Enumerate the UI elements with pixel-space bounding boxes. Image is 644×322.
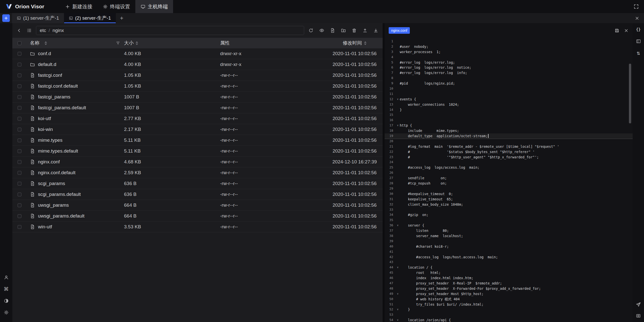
row-checkbox[interactable] — [12, 52, 26, 56]
table-row[interactable]: scgi_params636 B-rw-r--r--2020-11-01 10:… — [12, 178, 383, 189]
code-line[interactable]: 24 — [385, 160, 633, 165]
editor-scrollbar[interactable] — [629, 64, 631, 123]
view-list-button[interactable] — [26, 27, 32, 34]
new-file-button[interactable] — [329, 27, 336, 34]
code-line[interactable]: 37 listen 80; — [385, 228, 633, 233]
new-folder-button[interactable] — [340, 27, 347, 34]
table-row[interactable]: fastcgi_params1007 B-rw-r--r--2020-11-01… — [12, 92, 383, 102]
user-button[interactable] — [4, 275, 9, 280]
code-line[interactable]: 5#error_log logs/error.log; — [385, 60, 633, 65]
file-name-cell[interactable]: default.d — [26, 62, 124, 67]
code-line[interactable]: 3worker_processes 1; — [385, 49, 633, 55]
file-name[interactable]: fastcgi.conf — [38, 73, 62, 78]
row-checkbox[interactable] — [12, 225, 26, 229]
column-name-label[interactable]: 名称 — [30, 40, 39, 46]
code-line[interactable]: 47 proxy_set_header X-Real-IP $remote_ad… — [385, 281, 633, 286]
code-line[interactable]: 13 worker_connections 1024; — [385, 102, 633, 107]
file-name-cell[interactable]: uwsgi_params.default — [26, 213, 124, 219]
code-line[interactable]: 8 — [385, 76, 633, 81]
nav-item-host-terminal[interactable]: 主机终端 — [135, 0, 173, 13]
code-line[interactable]: 46 index index.html index.htm; — [385, 275, 633, 281]
code-line[interactable]: 22 # '$status $body_bytes_sent "$http_re… — [385, 149, 633, 155]
code-line[interactable]: 33 — [385, 207, 633, 212]
code-line[interactable]: 45 root html; — [385, 270, 633, 275]
row-checkbox[interactable] — [12, 203, 26, 207]
file-name[interactable]: scgi_params — [38, 181, 65, 186]
upload-button[interactable] — [362, 27, 368, 34]
code-line[interactable]: 42 #access_log logs/host.access.log main… — [385, 255, 633, 260]
file-name-cell[interactable]: scgi_params — [26, 181, 124, 186]
table-row[interactable]: uwsgi_params664 B-rw-r--r--2020-11-01 10… — [12, 200, 383, 211]
open-file-tag[interactable]: nginx.conf — [389, 27, 410, 34]
code-line[interactable]: 9#pid logs/nginx.pid; — [385, 81, 633, 86]
row-checkbox[interactable] — [12, 171, 26, 175]
file-name-cell[interactable]: koi-utf — [26, 116, 124, 121]
file-name[interactable]: koi-win — [38, 127, 53, 132]
table-row[interactable]: koi-utf2.77 KB-rw-r--r--2020-11-01 10:02… — [12, 113, 383, 124]
row-checkbox[interactable] — [12, 95, 26, 99]
code-line[interactable]: 49∨ proxy_set_header Host $http_host; — [385, 291, 633, 297]
code-line[interactable]: 41 — [385, 249, 633, 255]
code-line[interactable]: 10 — [385, 86, 633, 91]
code-line[interactable]: 7#error_log logs/error.log info; — [385, 70, 633, 76]
code-line[interactable]: 18 include mime.types; — [385, 128, 633, 133]
preview-button[interactable] — [318, 27, 325, 34]
file-name[interactable]: mime.types — [38, 137, 62, 143]
code-line[interactable]: 51 try_files $uri $uri/ /index.html; — [385, 302, 633, 307]
code-line[interactable]: 25 #access_log logs/access.log main; — [385, 165, 633, 170]
fold-arrow-icon[interactable]: ∨ — [396, 317, 400, 322]
tab-server-2[interactable]: (2) server-生产-1 — [64, 13, 116, 23]
code-editor[interactable]: 12#user nobody;3worker_processes 1;45#er… — [385, 38, 633, 322]
row-checkbox[interactable] — [12, 182, 26, 186]
screenshot-button[interactable] — [636, 313, 641, 318]
code-line[interactable]: 38 server_name localhost; — [385, 233, 633, 239]
code-line[interactable]: 48 proxy_set_header X-Forwarded-For $pro… — [385, 286, 633, 291]
tab-server-1[interactable]: (1) server-生产-1 — [12, 13, 64, 23]
fold-arrow-icon[interactable]: ∨ — [396, 265, 400, 270]
breadcrumb-item-etc[interactable]: etc — [40, 28, 46, 33]
code-line[interactable]: 29 — [385, 186, 633, 191]
code-line[interactable]: 2#user nobody; — [385, 44, 633, 49]
download-button[interactable] — [373, 27, 379, 34]
row-checkbox[interactable] — [12, 214, 26, 218]
code-line[interactable]: 14} — [385, 107, 633, 113]
transfer-button[interactable]: ⇅ — [636, 51, 640, 56]
table-row[interactable]: nginx.conf4.68 KB-rw-r--r--2024-12-10 16… — [12, 157, 383, 167]
code-line[interactable]: 31 keepalive_timeout 65; — [385, 197, 633, 202]
file-name[interactable]: conf.d — [38, 51, 51, 56]
fold-arrow-icon[interactable]: ∨ — [396, 291, 400, 297]
file-name-cell[interactable]: nginx.conf — [26, 159, 124, 165]
close-panel-button[interactable] — [630, 16, 644, 21]
code-line[interactable]: 6#error_log logs/error.log notice; — [385, 65, 633, 70]
code-line[interactable]: 12∨events { — [385, 97, 633, 102]
file-name-cell[interactable]: mime.types.default — [26, 148, 124, 154]
file-name[interactable]: koi-utf — [38, 116, 51, 121]
file-name-cell[interactable]: fastcgi.conf — [26, 73, 124, 78]
shortcut-button[interactable]: ⌘ — [4, 287, 9, 292]
code-line[interactable]: 54∨ location /orion/api { — [385, 317, 633, 322]
row-checkbox[interactable] — [12, 117, 26, 121]
add-tab-button[interactable]: + — [116, 15, 127, 22]
table-row[interactable]: fastcgi.conf1.05 KB-rw-r--r--2020-11-01 … — [12, 70, 383, 81]
code-line[interactable]: 1 — [385, 39, 633, 44]
column-size-label[interactable]: 大小 — [124, 40, 134, 46]
delete-button[interactable] — [351, 27, 357, 34]
file-name[interactable]: nginx.conf.default — [38, 170, 75, 175]
row-checkbox[interactable] — [12, 74, 26, 77]
code-line[interactable]: 26 — [385, 170, 633, 175]
filter-button[interactable] — [116, 41, 120, 45]
code-line[interactable]: 34 #gzip on; — [385, 212, 633, 218]
code-line[interactable]: 27 sendfile on; — [385, 175, 633, 181]
table-row[interactable]: uwsgi_params.default664 B-rw-r--r--2020-… — [12, 211, 383, 222]
code-line[interactable]: 36∨ server { — [385, 223, 633, 228]
sort-icon[interactable] — [364, 41, 367, 45]
file-name[interactable]: uwsgi_params.default — [38, 213, 85, 219]
code-line[interactable]: 15 — [385, 112, 633, 118]
fullscreen-button[interactable] — [628, 4, 644, 9]
nav-item-new-connection[interactable]: 新建连接 — [60, 0, 98, 13]
settings-button[interactable] — [4, 310, 9, 315]
file-name-cell[interactable]: fastcgi_params — [26, 94, 124, 100]
code-line[interactable]: 20 — [385, 139, 633, 144]
file-name[interactable]: fastcgi_params — [38, 94, 70, 100]
file-name[interactable]: win-utf — [38, 224, 52, 230]
